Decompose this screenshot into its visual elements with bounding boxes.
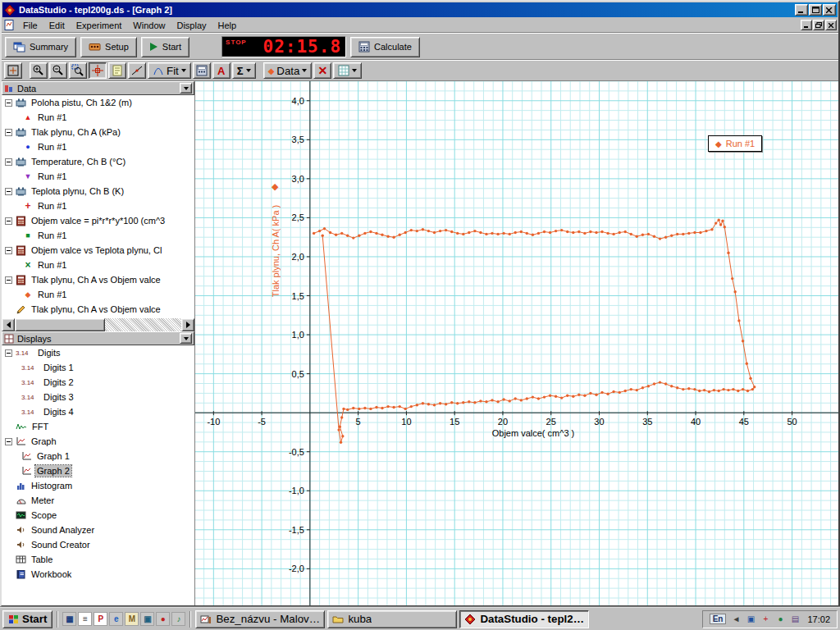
data-point[interactable] (693, 231, 696, 234)
close-button[interactable] (823, 4, 836, 16)
data-point[interactable] (653, 235, 655, 238)
data-point[interactable] (410, 229, 413, 231)
data-point[interactable] (566, 395, 568, 397)
data-point[interactable] (462, 233, 464, 235)
data-point[interactable] (543, 395, 546, 398)
data-source-item[interactable]: Objem valce = pi*r*r*y*100 (cm^3 (2, 213, 194, 228)
data-point[interactable] (630, 388, 632, 390)
data-point[interactable] (713, 389, 715, 391)
data-point[interactable] (323, 227, 326, 230)
data-point[interactable] (491, 232, 493, 235)
mdi-close-button[interactable] (825, 20, 837, 30)
data-point[interactable] (335, 234, 337, 236)
data-point[interactable] (578, 394, 580, 396)
start-menu-button[interactable]: Start (2, 610, 52, 628)
display-item[interactable]: 3.14Digits (2, 345, 194, 360)
data-point[interactable] (583, 395, 586, 397)
data-point[interactable] (399, 405, 401, 408)
sync-icon[interactable]: ● (774, 614, 786, 625)
data-point[interactable] (491, 399, 493, 401)
data-point[interactable] (670, 385, 673, 387)
data-point[interactable] (742, 388, 744, 390)
display-item[interactable]: Sound Analyzer (2, 523, 194, 537)
data-point[interactable] (703, 389, 705, 391)
run-item[interactable]: +Run #1 (2, 199, 194, 213)
display-item[interactable]: Meter (2, 493, 194, 508)
data-point[interactable] (647, 233, 650, 235)
expand-box[interactable] (5, 438, 12, 445)
text-tool-button[interactable]: A (212, 62, 231, 79)
realplayer-icon[interactable]: ● (156, 612, 170, 626)
data-point[interactable] (636, 235, 638, 238)
data-point[interactable] (676, 386, 678, 389)
data-point[interactable] (532, 395, 534, 398)
task-button-paint[interactable]: Bez_názvu - Malování (195, 610, 325, 628)
data-point[interactable] (404, 231, 407, 234)
data-point[interactable] (734, 290, 737, 293)
data-point[interactable] (722, 388, 724, 390)
data-point[interactable] (698, 390, 701, 392)
data-point[interactable] (670, 235, 673, 237)
data-point[interactable] (732, 388, 734, 390)
data-point[interactable] (721, 220, 724, 222)
data-point[interactable] (619, 391, 621, 394)
series-line[interactable] (314, 220, 755, 442)
data-point[interactable] (509, 399, 511, 402)
data-point[interactable] (339, 426, 341, 428)
data-point[interactable] (358, 235, 360, 237)
data-point[interactable] (731, 277, 733, 280)
data-point[interactable] (369, 231, 372, 233)
data-point[interactable] (468, 231, 470, 234)
data-point[interactable] (346, 235, 349, 237)
display-item[interactable]: Histogram (2, 478, 194, 493)
run-item[interactable]: ◆Run #1 (2, 287, 194, 302)
data-point[interactable] (549, 395, 551, 397)
display-child-item[interactable]: 3.14Digits 2 (2, 375, 194, 390)
paint-icon[interactable]: P (94, 612, 107, 626)
data-point[interactable] (641, 386, 644, 389)
data-point[interactable] (742, 340, 744, 342)
expand-box[interactable] (5, 276, 12, 284)
printer-icon[interactable]: ▤ (789, 614, 801, 625)
data-point[interactable] (653, 382, 655, 385)
data-point[interactable] (624, 231, 627, 233)
display-item[interactable]: Table (2, 552, 194, 567)
run-item[interactable]: ■Run #1 (2, 228, 194, 243)
data-point[interactable] (583, 232, 586, 235)
menu-display[interactable]: Display (171, 19, 212, 32)
data-point[interactable] (532, 234, 534, 236)
data-point[interactable] (416, 404, 418, 406)
data-point[interactable] (352, 407, 354, 409)
zoom-out-button[interactable] (49, 62, 67, 79)
data-point[interactable] (664, 236, 667, 239)
data-point[interactable] (341, 435, 344, 437)
summary-button[interactable]: Summary (5, 37, 76, 57)
expand-box[interactable] (5, 247, 12, 254)
data-point[interactable] (479, 231, 482, 234)
data-point[interactable] (705, 230, 707, 232)
data-point[interactable] (386, 405, 389, 408)
data-point[interactable] (549, 231, 551, 234)
data-point[interactable] (708, 390, 710, 393)
data-point[interactable] (352, 236, 354, 239)
data-source-item[interactable]: Tlak plynu, Ch A vs Objem valce (2, 272, 194, 287)
data-point[interactable] (340, 232, 343, 235)
data-point[interactable] (746, 363, 748, 365)
display-child-item[interactable]: Graph 2 (2, 463, 194, 478)
data-point[interactable] (682, 233, 684, 235)
taskbar-clock[interactable]: 17:02 (805, 614, 830, 624)
start-button[interactable]: Start (141, 37, 189, 57)
run-item[interactable]: ▲Run #1 (2, 110, 194, 125)
data-point[interactable] (600, 231, 603, 233)
data-point[interactable] (381, 407, 383, 409)
data-point[interactable] (439, 402, 441, 404)
data-point[interactable] (392, 236, 395, 239)
data-point[interactable] (375, 232, 377, 235)
data-point[interactable] (392, 406, 395, 409)
expand-box[interactable] (5, 217, 12, 225)
data-point[interactable] (473, 230, 476, 232)
data-point[interactable] (630, 233, 632, 235)
data-source-item[interactable]: Temperature, Ch B (°C) (2, 154, 194, 169)
data-point[interactable] (502, 232, 504, 235)
data-point[interactable] (606, 232, 609, 235)
